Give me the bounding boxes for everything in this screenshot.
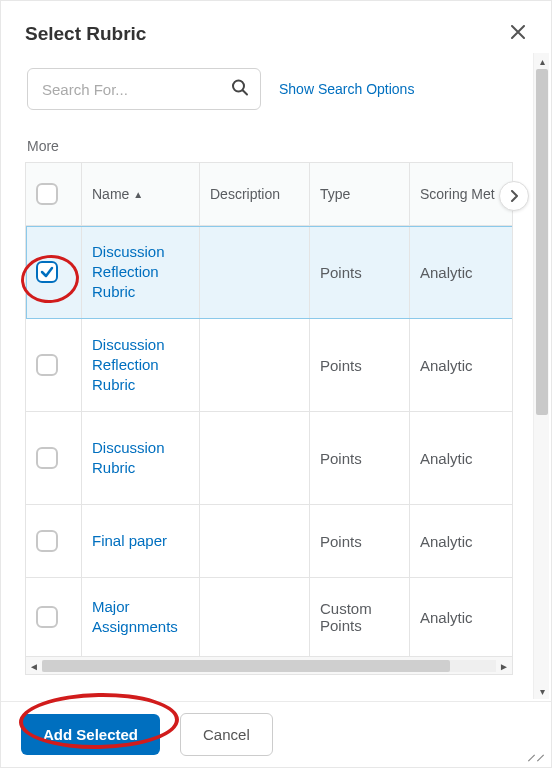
resize-handle-icon[interactable]: ⸝⸝ (527, 743, 545, 761)
rubric-table: Name ▲ Description Type Scoring Met (25, 162, 513, 657)
col-header-description-label: Description (210, 186, 280, 202)
rubric-name-link[interactable]: Major Assignments (92, 597, 189, 638)
rubric-type: Points (320, 357, 362, 374)
col-header-scoring-method-label: Scoring Met (420, 186, 495, 202)
col-header-name[interactable]: Name ▲ (82, 163, 200, 225)
table-row[interactable]: Final paper Points Analytic (26, 505, 513, 578)
rubric-scoring-method: Analytic (420, 533, 473, 550)
rubric-name-link[interactable]: Discussion Reflection Rubric (92, 242, 189, 303)
search-input[interactable] (27, 68, 261, 110)
table-row[interactable]: Discussion Reflection Rubric Points Anal… (26, 319, 513, 412)
select-all-checkbox[interactable] (36, 183, 58, 205)
select-rubric-dialog: Select Rubric Show Search Options More (0, 0, 552, 768)
rubric-type: Points (320, 533, 362, 550)
scrollbar-thumb[interactable] (536, 69, 548, 415)
horizontal-scrollbar[interactable]: ◄ ► (25, 657, 513, 675)
scroll-left-icon[interactable]: ◄ (26, 657, 42, 675)
row-checkbox[interactable] (36, 354, 58, 376)
rubric-scoring-method: Analytic (420, 357, 473, 374)
row-checkbox[interactable] (36, 261, 58, 283)
dialog-body: Show Search Options More Name ▲ Desc (1, 68, 551, 675)
search-controls: Show Search Options (27, 68, 541, 110)
rubric-name-link[interactable]: Discussion Rubric (92, 438, 189, 479)
rubric-scoring-method: Analytic (420, 609, 473, 626)
rubric-name-link[interactable]: Discussion Reflection Rubric (92, 335, 189, 396)
row-checkbox[interactable] (36, 606, 58, 628)
rubric-scoring-method: Analytic (420, 264, 473, 281)
table-header-row: Name ▲ Description Type Scoring Met (26, 163, 513, 226)
vertical-scrollbar[interactable]: ▴ ▾ (533, 53, 549, 699)
row-checkbox[interactable] (36, 447, 58, 469)
table-row[interactable]: Discussion Rubric Points Analytic (26, 412, 513, 505)
row-checkbox[interactable] (36, 530, 58, 552)
col-header-description[interactable]: Description (200, 163, 310, 225)
table-row[interactable]: Major Assignments Custom Points Analytic (26, 578, 513, 657)
scroll-right-icon[interactable]: ► (496, 657, 512, 675)
col-header-type[interactable]: Type (310, 163, 410, 225)
col-header-type-label: Type (320, 186, 350, 202)
dialog-header: Select Rubric (1, 1, 551, 60)
close-icon[interactable] (507, 19, 529, 48)
add-selected-button[interactable]: Add Selected (21, 714, 160, 755)
more-label: More (27, 138, 541, 154)
rubric-type: Points (320, 264, 362, 281)
scroll-up-icon[interactable]: ▴ (534, 53, 550, 69)
scrollbar-thumb[interactable] (42, 660, 450, 672)
next-columns-button[interactable] (499, 181, 529, 211)
col-header-scoring-method[interactable]: Scoring Met (410, 163, 513, 225)
search-field-wrap (27, 68, 261, 110)
dialog-footer: Add Selected Cancel ⸝⸝ (1, 701, 551, 767)
scroll-down-icon[interactable]: ▾ (534, 683, 550, 699)
rubric-type: Custom Points (320, 600, 399, 634)
table-row[interactable]: Discussion Reflection Rubric Points Anal… (26, 226, 513, 319)
col-header-name-label: Name (92, 186, 129, 202)
show-search-options-link[interactable]: Show Search Options (279, 81, 414, 97)
select-all-cell (26, 163, 82, 225)
rubric-scoring-method: Analytic (420, 450, 473, 467)
rubric-name-link[interactable]: Final paper (92, 531, 167, 551)
sort-asc-icon: ▲ (133, 189, 143, 200)
cancel-button[interactable]: Cancel (180, 713, 273, 756)
dialog-title: Select Rubric (25, 23, 146, 45)
rubric-type: Points (320, 450, 362, 467)
